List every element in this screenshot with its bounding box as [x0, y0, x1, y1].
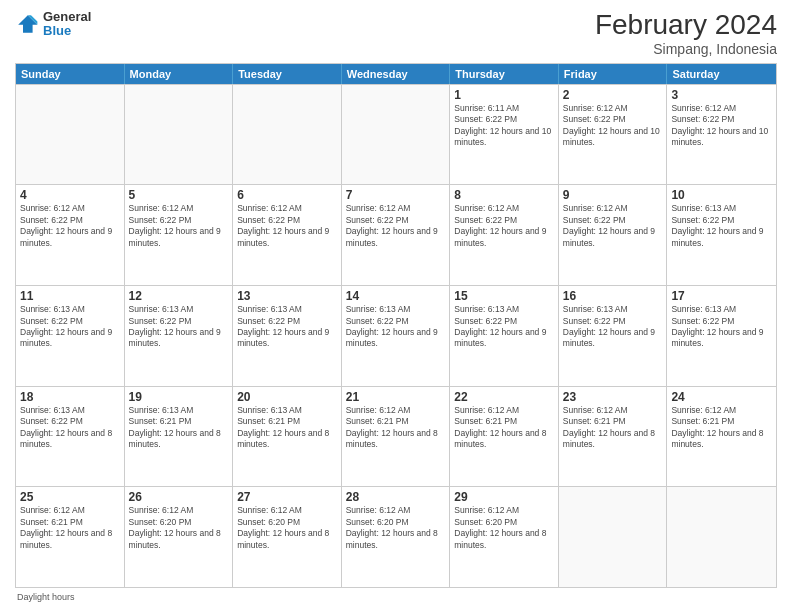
day-number: 15 [454, 289, 554, 303]
day-info: Sunrise: 6:13 AMSunset: 6:22 PMDaylight:… [20, 405, 120, 451]
calendar-row-3: 18Sunrise: 6:13 AMSunset: 6:22 PMDayligh… [16, 386, 776, 487]
day-info: Sunrise: 6:13 AMSunset: 6:22 PMDaylight:… [237, 304, 337, 350]
day-info: Sunrise: 6:12 AMSunset: 6:20 PMDaylight:… [454, 505, 554, 551]
day-cell-1: 1Sunrise: 6:11 AMSunset: 6:22 PMDaylight… [450, 85, 559, 185]
day-cell-3: 3Sunrise: 6:12 AMSunset: 6:22 PMDaylight… [667, 85, 776, 185]
day-info: Sunrise: 6:13 AMSunset: 6:22 PMDaylight:… [129, 304, 229, 350]
empty-cell [233, 85, 342, 185]
calendar-subtitle: Simpang, Indonesia [595, 41, 777, 57]
day-header-tuesday: Tuesday [233, 64, 342, 84]
day-number: 16 [563, 289, 663, 303]
day-cell-16: 16Sunrise: 6:13 AMSunset: 6:22 PMDayligh… [559, 286, 668, 386]
day-info: Sunrise: 6:12 AMSunset: 6:22 PMDaylight:… [454, 203, 554, 249]
day-number: 14 [346, 289, 446, 303]
day-cell-18: 18Sunrise: 6:13 AMSunset: 6:22 PMDayligh… [16, 387, 125, 487]
calendar: SundayMondayTuesdayWednesdayThursdayFrid… [15, 63, 777, 588]
day-number: 13 [237, 289, 337, 303]
day-cell-12: 12Sunrise: 6:13 AMSunset: 6:22 PMDayligh… [125, 286, 234, 386]
day-number: 27 [237, 490, 337, 504]
calendar-row-0: 1Sunrise: 6:11 AMSunset: 6:22 PMDaylight… [16, 84, 776, 185]
logo-line1: General [43, 10, 91, 24]
day-info: Sunrise: 6:13 AMSunset: 6:22 PMDaylight:… [671, 203, 772, 249]
day-info: Sunrise: 6:13 AMSunset: 6:21 PMDaylight:… [129, 405, 229, 451]
empty-cell [16, 85, 125, 185]
day-cell-15: 15Sunrise: 6:13 AMSunset: 6:22 PMDayligh… [450, 286, 559, 386]
day-number: 5 [129, 188, 229, 202]
calendar-header-row: SundayMondayTuesdayWednesdayThursdayFrid… [16, 64, 776, 84]
day-info: Sunrise: 6:12 AMSunset: 6:21 PMDaylight:… [563, 405, 663, 451]
day-cell-19: 19Sunrise: 6:13 AMSunset: 6:21 PMDayligh… [125, 387, 234, 487]
day-number: 21 [346, 390, 446, 404]
day-info: Sunrise: 6:13 AMSunset: 6:22 PMDaylight:… [454, 304, 554, 350]
day-info: Sunrise: 6:12 AMSunset: 6:21 PMDaylight:… [454, 405, 554, 451]
day-number: 3 [671, 88, 772, 102]
day-cell-13: 13Sunrise: 6:13 AMSunset: 6:22 PMDayligh… [233, 286, 342, 386]
day-info: Sunrise: 6:13 AMSunset: 6:22 PMDaylight:… [20, 304, 120, 350]
day-info: Sunrise: 6:12 AMSunset: 6:20 PMDaylight:… [346, 505, 446, 551]
page: General Blue February 2024 Simpang, Indo… [0, 0, 792, 612]
header: General Blue February 2024 Simpang, Indo… [15, 10, 777, 57]
calendar-body: 1Sunrise: 6:11 AMSunset: 6:22 PMDaylight… [16, 84, 776, 587]
title-block: February 2024 Simpang, Indonesia [595, 10, 777, 57]
day-number: 2 [563, 88, 663, 102]
day-info: Sunrise: 6:12 AMSunset: 6:20 PMDaylight:… [237, 505, 337, 551]
day-header-saturday: Saturday [667, 64, 776, 84]
day-info: Sunrise: 6:13 AMSunset: 6:21 PMDaylight:… [237, 405, 337, 451]
day-cell-5: 5Sunrise: 6:12 AMSunset: 6:22 PMDaylight… [125, 185, 234, 285]
day-info: Sunrise: 6:12 AMSunset: 6:21 PMDaylight:… [346, 405, 446, 451]
day-cell-20: 20Sunrise: 6:13 AMSunset: 6:21 PMDayligh… [233, 387, 342, 487]
logo: General Blue [15, 10, 91, 39]
day-number: 25 [20, 490, 120, 504]
day-info: Sunrise: 6:12 AMSunset: 6:22 PMDaylight:… [346, 203, 446, 249]
day-info: Sunrise: 6:12 AMSunset: 6:22 PMDaylight:… [20, 203, 120, 249]
day-number: 17 [671, 289, 772, 303]
day-cell-28: 28Sunrise: 6:12 AMSunset: 6:20 PMDayligh… [342, 487, 451, 587]
day-header-sunday: Sunday [16, 64, 125, 84]
empty-cell [125, 85, 234, 185]
calendar-title: February 2024 [595, 10, 777, 41]
day-number: 1 [454, 88, 554, 102]
day-cell-25: 25Sunrise: 6:12 AMSunset: 6:21 PMDayligh… [16, 487, 125, 587]
day-info: Sunrise: 6:12 AMSunset: 6:22 PMDaylight:… [129, 203, 229, 249]
empty-cell [342, 85, 451, 185]
logo-icon [15, 12, 39, 36]
day-number: 22 [454, 390, 554, 404]
day-number: 10 [671, 188, 772, 202]
day-cell-7: 7Sunrise: 6:12 AMSunset: 6:22 PMDaylight… [342, 185, 451, 285]
day-cell-4: 4Sunrise: 6:12 AMSunset: 6:22 PMDaylight… [16, 185, 125, 285]
day-number: 24 [671, 390, 772, 404]
day-cell-17: 17Sunrise: 6:13 AMSunset: 6:22 PMDayligh… [667, 286, 776, 386]
calendar-row-4: 25Sunrise: 6:12 AMSunset: 6:21 PMDayligh… [16, 486, 776, 587]
day-info: Sunrise: 6:12 AMSunset: 6:22 PMDaylight:… [563, 203, 663, 249]
day-cell-22: 22Sunrise: 6:12 AMSunset: 6:21 PMDayligh… [450, 387, 559, 487]
day-cell-6: 6Sunrise: 6:12 AMSunset: 6:22 PMDaylight… [233, 185, 342, 285]
day-number: 20 [237, 390, 337, 404]
day-info: Sunrise: 6:12 AMSunset: 6:20 PMDaylight:… [129, 505, 229, 551]
day-cell-2: 2Sunrise: 6:12 AMSunset: 6:22 PMDaylight… [559, 85, 668, 185]
day-number: 12 [129, 289, 229, 303]
logo-line2: Blue [43, 24, 91, 38]
day-info: Sunrise: 6:13 AMSunset: 6:22 PMDaylight:… [563, 304, 663, 350]
day-header-monday: Monday [125, 64, 234, 84]
day-info: Sunrise: 6:12 AMSunset: 6:21 PMDaylight:… [20, 505, 120, 551]
day-header-thursday: Thursday [450, 64, 559, 84]
day-number: 11 [20, 289, 120, 303]
day-cell-27: 27Sunrise: 6:12 AMSunset: 6:20 PMDayligh… [233, 487, 342, 587]
day-number: 26 [129, 490, 229, 504]
day-info: Sunrise: 6:12 AMSunset: 6:21 PMDaylight:… [671, 405, 772, 451]
day-info: Sunrise: 6:12 AMSunset: 6:22 PMDaylight:… [237, 203, 337, 249]
day-cell-8: 8Sunrise: 6:12 AMSunset: 6:22 PMDaylight… [450, 185, 559, 285]
day-cell-21: 21Sunrise: 6:12 AMSunset: 6:21 PMDayligh… [342, 387, 451, 487]
day-info: Sunrise: 6:12 AMSunset: 6:22 PMDaylight:… [671, 103, 772, 149]
day-number: 9 [563, 188, 663, 202]
day-info: Sunrise: 6:11 AMSunset: 6:22 PMDaylight:… [454, 103, 554, 149]
day-header-wednesday: Wednesday [342, 64, 451, 84]
day-cell-9: 9Sunrise: 6:12 AMSunset: 6:22 PMDaylight… [559, 185, 668, 285]
calendar-row-1: 4Sunrise: 6:12 AMSunset: 6:22 PMDaylight… [16, 184, 776, 285]
day-number: 8 [454, 188, 554, 202]
day-number: 7 [346, 188, 446, 202]
day-cell-26: 26Sunrise: 6:12 AMSunset: 6:20 PMDayligh… [125, 487, 234, 587]
day-header-friday: Friday [559, 64, 668, 84]
day-number: 19 [129, 390, 229, 404]
day-info: Sunrise: 6:13 AMSunset: 6:22 PMDaylight:… [346, 304, 446, 350]
